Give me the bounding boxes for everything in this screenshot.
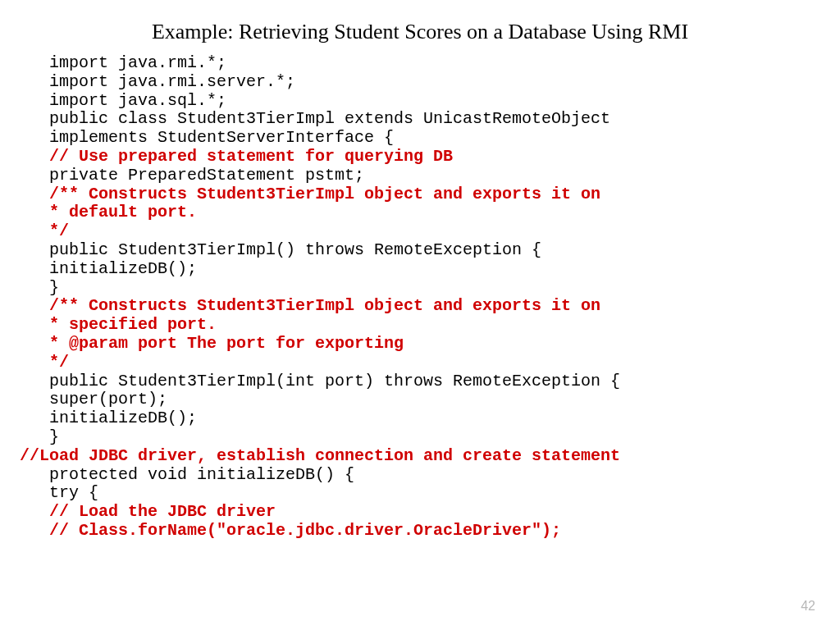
code-line: public Student3TierImpl(int port) throws… [49,372,807,391]
code-line: /** Constructs Student3TierImpl object a… [49,185,807,204]
code-line: // Use prepared statement for querying D… [49,148,807,167]
code-line: //Load JDBC driver, establish connection… [20,447,807,466]
slide-title: Example: Retrieving Student Scores on a … [33,20,807,44]
code-line: import java.sql.*; [49,92,807,111]
code-line: * @param port The port for exporting [49,335,807,354]
slide-container: Example: Retrieving Student Scores on a … [0,0,840,541]
code-line: protected void initializeDB() { [49,466,807,485]
code-line: public class Student3TierImpl extends Un… [49,110,807,129]
code-line: public Student3TierImpl() throws RemoteE… [49,241,807,260]
code-line: try { [49,484,807,503]
code-line: import java.rmi.server.*; [49,73,807,92]
code-line: * specified port. [49,316,807,335]
code-line: initializeDB(); [49,260,807,279]
code-line: */ [49,222,807,241]
code-line: * default port. [49,203,807,222]
code-line: */ [49,354,807,372]
code-line: // Class.forName("oracle.jdbc.driver.Ora… [49,522,807,541]
code-line: initializeDB(); [49,409,807,428]
code-line: super(port); [49,390,807,409]
code-line: // Load the JDBC driver [49,503,807,522]
code-line: /** Constructs Student3TierImpl object a… [49,297,807,316]
code-line: implements StudentServerInterface { [49,129,807,148]
code-line: import java.rmi.*; [49,54,807,73]
code-line: private PreparedStatement pstmt; [49,167,807,185]
code-block: import java.rmi.*;import java.rmi.server… [49,54,807,541]
code-line: } [49,279,807,298]
code-line: } [49,428,807,447]
page-number: 42 [801,599,815,614]
